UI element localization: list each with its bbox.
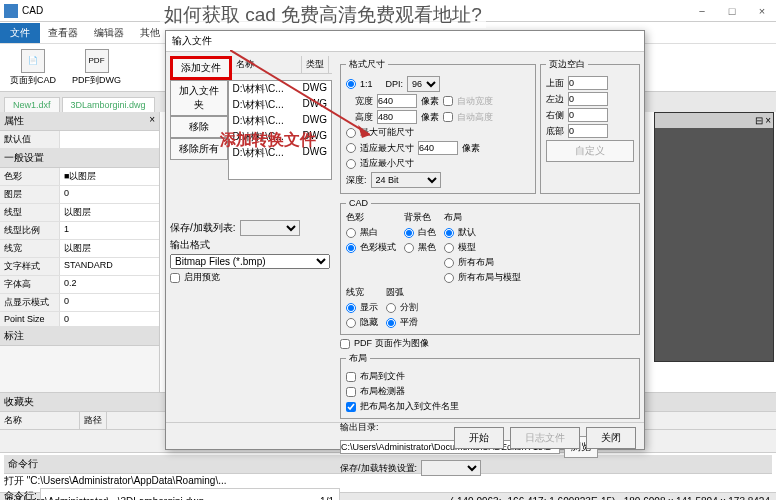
ratio-1-1-radio[interactable] — [346, 79, 356, 89]
height-input[interactable] — [377, 110, 417, 124]
menu-file[interactable]: 文件 — [0, 23, 40, 43]
menu-viewer[interactable]: 查看器 — [40, 23, 86, 43]
format-size-group: 格式尺寸 1:1 DPI:96 宽度像素自动宽度 高度像素自动高度 最大可能尺寸… — [340, 58, 536, 194]
bg-white-radio[interactable] — [404, 228, 414, 238]
menu-editor[interactable]: 编辑器 — [86, 23, 132, 43]
margin-right-input[interactable] — [568, 108, 608, 122]
dpi-select[interactable]: 96 — [407, 76, 440, 92]
file-row[interactable]: D:\材料\C...DWG — [229, 97, 331, 113]
add-folder-button[interactable]: 加入文件夹 — [170, 80, 228, 116]
layout-detector-checkbox[interactable] — [346, 387, 356, 397]
margin-group: 页边空白 上面 左边 右侧 底部 自定义 — [540, 58, 640, 194]
tab-lamborgini[interactable]: 3DLamborgini.dwg — [62, 97, 155, 112]
remove-button[interactable]: 移除 — [170, 116, 228, 138]
properties-header: 属性× — [0, 112, 159, 131]
output-format-select[interactable]: Bitmap Files (*.bmp) — [170, 254, 330, 269]
fit-max-input[interactable] — [418, 141, 458, 155]
tab-new1[interactable]: New1.dxf — [4, 97, 60, 112]
arc-split-radio[interactable] — [386, 303, 396, 313]
layout-to-file-checkbox[interactable] — [346, 372, 356, 382]
properties-panel: 属性× 默认值 一般设置 色彩■以图层图层0线型以图层线型比例1线宽以图层文字样… — [0, 112, 160, 392]
width-input[interactable] — [377, 94, 417, 108]
bg-black-radio[interactable] — [404, 243, 414, 253]
maximize-button[interactable]: □ — [718, 1, 746, 21]
question-overlay: 如何获取 cad 免费高清免费观看地址? — [160, 2, 486, 28]
cad-group: CAD 色彩 黑白 色彩模式 背景色 白色 黑色 布局 默认 — [340, 198, 640, 335]
layout-group: 布局 布局到文件 布局检测器 把布局名加入到文件名里 — [340, 352, 640, 419]
color-mode-radio[interactable] — [346, 243, 356, 253]
minimize-button[interactable]: − — [688, 1, 716, 21]
log-button[interactable]: 日志文件 — [510, 427, 580, 449]
add-file-button[interactable]: 添加文件 — [170, 56, 232, 80]
arc-flat-radio[interactable] — [386, 318, 396, 328]
xref-show-radio[interactable] — [346, 303, 356, 313]
convert-settings-select[interactable] — [421, 460, 481, 476]
app-icon — [4, 4, 18, 18]
margin-bottom-input[interactable] — [568, 124, 608, 138]
layout-model-radio[interactable] — [444, 243, 454, 253]
layout-all-radio[interactable] — [444, 258, 454, 268]
margin-left-input[interactable] — [568, 92, 608, 106]
general-header: 一般设置 — [0, 149, 159, 168]
auto-height-checkbox[interactable] — [443, 112, 453, 122]
page-to-cad-button[interactable]: 📄 页面到CAD — [6, 47, 60, 89]
pdf-icon: PDF — [85, 49, 109, 73]
annotation-text: 添加转换文件 — [220, 130, 316, 151]
page-icon: 📄 — [21, 49, 45, 73]
xref-hide-radio[interactable] — [346, 318, 356, 328]
layout-default-radio[interactable] — [444, 228, 454, 238]
depth-select[interactable]: 24 Bit — [371, 172, 441, 188]
enable-preview-checkbox[interactable] — [170, 273, 180, 283]
pane-close-icon[interactable]: × — [765, 115, 771, 126]
pdf-as-image-checkbox[interactable] — [340, 339, 350, 349]
remove-all-button[interactable]: 移除所有 — [170, 138, 228, 160]
pane-min-icon[interactable]: ⊟ — [755, 115, 763, 126]
marker-header: 标注 — [0, 327, 159, 346]
save-list-select[interactable] — [240, 220, 300, 236]
close-button[interactable]: × — [748, 1, 776, 21]
dialog-title: 输入文件 — [166, 31, 644, 52]
file-row[interactable]: D:\材料\C...DWG — [229, 113, 331, 129]
pdf-to-dwg-button[interactable]: PDF PDF到DWG — [68, 47, 125, 89]
app-name: CAD — [22, 5, 43, 16]
custom-margin-button[interactable]: 自定义 — [546, 140, 634, 162]
export-dialog: 输入文件 添加文件 名称 类型 加入文件夹 移除 移除所有 D: — [165, 30, 645, 450]
max-size-radio[interactable] — [346, 128, 356, 138]
bw-radio[interactable] — [346, 228, 356, 238]
close-dialog-button[interactable]: 关闭 — [586, 427, 636, 449]
layout-all-model-radio[interactable] — [444, 273, 454, 283]
auto-width-checkbox[interactable] — [443, 96, 453, 106]
fit-min-radio[interactable] — [346, 159, 356, 169]
cmd-history: 打开 "C:\Users\Administrator\AppData\Roami… — [4, 474, 772, 488]
fit-max-radio[interactable] — [346, 143, 356, 153]
margin-top-input[interactable] — [568, 76, 608, 90]
right-preview-pane: ⊟× — [654, 112, 774, 362]
start-button[interactable]: 开始 — [454, 427, 504, 449]
file-row[interactable]: D:\材料\C...DWG — [229, 81, 331, 97]
add-layout-name-checkbox[interactable] — [346, 402, 356, 412]
